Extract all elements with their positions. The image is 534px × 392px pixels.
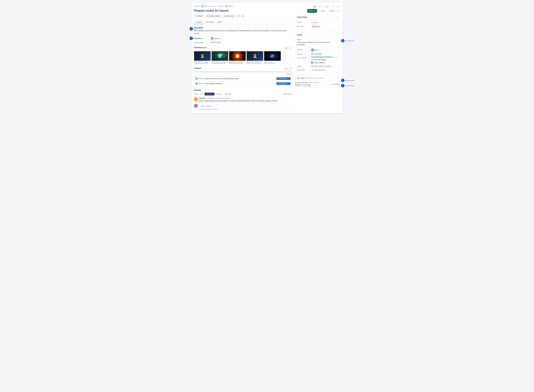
epic-link-row: Epic Link 🚀 Rocket	[297, 25, 338, 28]
issue-title: Prepare rocket for launch	[194, 9, 292, 12]
label-black-hole[interactable]: black-hole	[311, 65, 318, 67]
like-button[interactable]: 👍 1	[325, 5, 330, 8]
attachments-more-button[interactable]: •••	[284, 46, 288, 50]
status-bar: Done ▼ ✓ Done Actions ▼	[295, 9, 340, 13]
attachment-item[interactable]: guillermo-ferl... 18 Sep 2020, 09:4...	[264, 51, 281, 64]
notes-label: Notes	[297, 39, 338, 41]
plus-icon: +	[290, 68, 291, 70]
subtasks-add-button[interactable]: +	[289, 67, 292, 70]
projects-value[interactable]: Spaceship	[314, 53, 321, 55]
comment-time: September 8, 2020, 10:09 AM	[206, 98, 225, 99]
subtask-key-2[interactable]: TMTS-3	[199, 83, 204, 84]
breadcrumb-parent-key[interactable]: TMTS-4	[218, 5, 224, 7]
subtasks-more-button[interactable]: •••	[284, 67, 288, 70]
automation-label: Automation	[297, 69, 311, 71]
filter-comments[interactable]: Comments	[205, 93, 214, 95]
details-header[interactable]: Details	[295, 33, 340, 37]
assignee-value: A Anna R.	[211, 37, 292, 40]
subtasks-heading: Subtasks	[194, 67, 201, 69]
create-subtask-button[interactable]: ⊕ Create subtask	[205, 14, 221, 18]
pinned-fields-toggle-icon	[337, 16, 338, 18]
filter-history[interactable]: History	[215, 93, 223, 95]
subtask-key-1[interactable]: TMTS-2	[199, 78, 204, 79]
assignee-name: Anna R.	[214, 37, 220, 39]
breadcrumb-project-name[interactable]: Take me to space	[204, 5, 216, 7]
pinned-fields-section: Pinned fields Priority ↑ Highest Epic Li…	[295, 15, 340, 31]
subtask-status-2[interactable]: IN PROGRESS ▼	[276, 82, 291, 85]
watch-count: 1	[321, 6, 322, 8]
subtasks-progress-bar	[194, 71, 292, 72]
subtask-type-icon-1: S	[196, 78, 198, 79]
eye-icon: 👁	[319, 6, 321, 8]
ellipsis-icon: •••	[242, 15, 244, 17]
subtasks-section: Subtasks ••• + 0% Done	[194, 67, 292, 86]
show-label: Show:	[194, 93, 199, 95]
activity-heading: Activity	[194, 89, 292, 91]
details-title: Details	[297, 34, 302, 36]
attachment-thumb-4	[247, 51, 263, 61]
subtask-title-1: Ensure astronauts have everything they n…	[205, 78, 238, 79]
automation-row: Automation ⚡ Rule executions	[297, 69, 338, 71]
watch-button[interactable]: 📣	[313, 5, 317, 8]
label-outer-space[interactable]: outer-space	[323, 65, 331, 67]
actions-button[interactable]: Actions	[328, 9, 336, 13]
sort-icon: ⇅	[291, 93, 292, 95]
subtask-status-1[interactable]: IN PROGRESS ▼	[276, 77, 291, 80]
attachment-date-2: 18 Sep 2020, 09:44 AM	[212, 63, 228, 64]
more-fields-label: More fields	[297, 77, 305, 79]
watch-count-button[interactable]: 👁 1	[318, 5, 323, 8]
attachment-date-4: 18 Sep 2020, 09:42 AM	[247, 63, 263, 64]
link-issue-button[interactable]: 🔗 Link issue	[222, 14, 235, 18]
more-actions-ellipsis[interactable]: •••	[241, 14, 245, 18]
gear-icon: ⚙	[331, 83, 333, 85]
check-done-button[interactable]: ✓ Done	[318, 9, 327, 13]
attachment-name-5: guillermo-ferl...	[264, 61, 281, 63]
configure-button[interactable]: ⚙ Configure	[331, 83, 340, 85]
epic-badge[interactable]: 🚀 Rocket	[311, 25, 320, 28]
attachments-grid: nasa-OLij17tU... ash.jpg 18 Sep 2020, 09…	[194, 51, 292, 64]
lightning-icon: ⚡	[311, 69, 314, 71]
projects-label: Projects	[297, 53, 311, 55]
sort-button[interactable]: Oldest first ⇅	[283, 93, 292, 95]
attachment-item[interactable]: ganapathy-ku... ash.jpg 18 Sep 2020, 09:…	[229, 51, 246, 64]
plus-icon: +	[290, 47, 291, 49]
attachment-item[interactable]: nasa-OLij17tU... ash.jpg 18 Sep 2020, 09…	[194, 51, 211, 64]
label-earth[interactable]: earth	[319, 65, 322, 67]
component-rocket[interactable]: rocket	[216, 41, 221, 43]
attach-button[interactable]: 📎 Attach	[194, 14, 204, 18]
labels-row: Labels black-hole earth outer-space	[297, 65, 338, 67]
tab-qa-testing[interactable]: QA Testing	[204, 20, 215, 24]
more-fields-section[interactable]: More fields Original estimate, Fix versi…	[295, 76, 340, 80]
comment-body: Anna R. September 8, 2020, 10:09 AM Edit…	[199, 97, 292, 102]
filter-worklog[interactable]: Work log	[223, 93, 232, 95]
actions-caret-button[interactable]: ▼	[336, 9, 340, 13]
breadcrumb-projects[interactable]: Projects	[194, 5, 200, 7]
right-panel: Done ▼ ✓ Done Actions ▼ Pinned fields	[295, 9, 340, 110]
share-button[interactable]: ↗	[331, 5, 335, 8]
tab-admin[interactable]: Admin	[215, 20, 224, 24]
tab-general[interactable]: General	[194, 20, 204, 24]
attachments-add-button[interactable]: +	[289, 46, 292, 50]
pinned-fields-header[interactable]: Pinned fields	[295, 15, 340, 20]
more-actions-dropdown[interactable]: ▼	[236, 14, 240, 18]
updated-date: Updated 11 seconds ago	[295, 83, 319, 85]
filter-all[interactable]: All	[200, 93, 204, 95]
attachment-item[interactable]: niketh-vellank... ash.jpg 18 Sep 2020, 0…	[247, 51, 263, 64]
comment-author: Anna R.	[199, 97, 205, 99]
attachments-heading: Attachments (7)	[194, 47, 207, 49]
notes-section: Notes Make sure to send the QA team this…	[297, 39, 338, 46]
annotation-5: 5	[341, 84, 344, 87]
assignee-avatar: A	[211, 37, 214, 40]
components-value: launch rocket	[211, 41, 292, 43]
more-options-button[interactable]: •••	[336, 5, 340, 8]
time-bar-fill	[311, 57, 333, 57]
subtask-icon: ⊕	[207, 15, 208, 17]
time-tracking-row: Time tracking 2w 3d 4h 48m logged Includ…	[297, 57, 338, 64]
done-button[interactable]: Done ▼	[307, 9, 317, 13]
annotation-4: 4	[341, 79, 344, 82]
include-subtasks-checkbox[interactable]	[311, 62, 313, 63]
component-launch[interactable]: launch	[211, 41, 215, 43]
activity-section: Activity Show: All Comments History Work…	[194, 89, 292, 110]
attachment-item[interactable]: nasa-Q1p7bh3....ash.jpg 18 Sep 2020, 09:…	[212, 51, 228, 64]
comment-input[interactable]	[199, 104, 292, 108]
